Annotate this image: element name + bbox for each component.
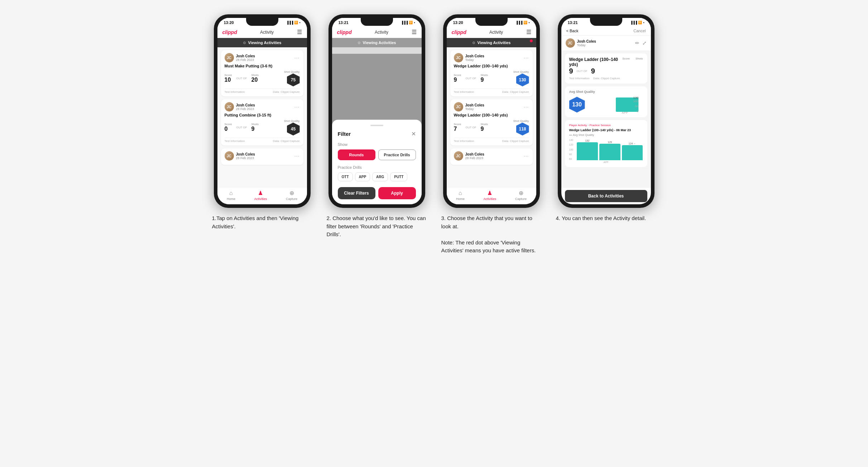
wifi-icon: 🛜 xyxy=(294,21,298,24)
bottom-nav-capture-1[interactable]: ⊕ Capture xyxy=(286,190,297,201)
caption-2: 2. Choose what you'd like to see. You ca… xyxy=(327,214,427,239)
battery-icon: ▪ xyxy=(299,21,300,24)
avatar-3-3: JC xyxy=(454,151,463,161)
battery-icon-2: ▪ xyxy=(414,21,415,24)
apply-btn[interactable]: Apply xyxy=(378,187,416,199)
user-details-3-3: Josh Coles 28 Feb 2023 xyxy=(465,152,484,160)
drill-app[interactable]: APP xyxy=(355,172,370,181)
va-text-2: Viewing Activities xyxy=(363,40,396,45)
activity-card-3-3[interactable]: JC Josh Coles 28 Feb 2023 ··· xyxy=(450,148,533,165)
sq-group-3-1: Shot Quality 130 xyxy=(513,70,529,86)
notch-3 xyxy=(475,18,508,26)
detail-shots-4: 9 xyxy=(591,67,595,75)
dots-menu-3-1[interactable]: ··· xyxy=(524,55,529,61)
back-btn-4[interactable]: < Back xyxy=(566,29,579,33)
detail-user-row-4: JC Josh Coles Today ✏ ⤢ xyxy=(561,35,651,51)
y-axis-4: 140 120 100 80 60 xyxy=(569,139,574,160)
wifi-icon-3: 🛜 xyxy=(523,21,527,24)
stat-group-score-3-1: Score 9 xyxy=(454,73,461,83)
activity-title-1-1: Must Make Putting (3-6 ft) xyxy=(225,64,300,68)
sq-hex-1-2: 45 xyxy=(287,123,300,135)
footer-info-left-1-1: Test Information xyxy=(225,90,245,94)
bottom-nav-home-3[interactable]: ⌂ Home xyxy=(456,190,465,201)
dots-menu-1-2[interactable]: ··· xyxy=(294,104,300,110)
back-to-activities-btn-4[interactable]: Back to Activities xyxy=(565,190,647,202)
bottom-nav-1: ⌂ Home ♟ Activities ⊕ Capture xyxy=(217,187,307,204)
phone-frame-4: 13:21 ▐▐▐ 🛜 ▪ < Back Cancel JC Josh xyxy=(558,14,654,208)
bottom-nav-home-1[interactable]: ⌂ Home xyxy=(227,190,235,201)
drill-arg[interactable]: ARG xyxy=(372,172,388,181)
practice-drills-btn[interactable]: Practice Drills xyxy=(378,149,416,160)
detail-info-4: Test Information Data: Clippd Capture xyxy=(569,77,643,80)
stats-row-3-2: Score 7 OUT OF Shots 9 Shot Quality 118 xyxy=(454,119,529,135)
drill-putt[interactable]: PUTT xyxy=(390,172,407,181)
sq-hex-3-1: 130 xyxy=(516,73,529,86)
card-header-1-1: JC Josh Coles 28 Feb 2023 ··· xyxy=(225,53,300,62)
drill-ott[interactable]: OTT xyxy=(338,172,353,181)
nav-bar-2: clippd Activity ☰ xyxy=(332,27,422,38)
activity-card-1-2[interactable]: JC Josh Coles 28 Feb 2023 ··· Putting Co… xyxy=(221,99,303,146)
card-footer-3-2: Test Information Data: Clippd Capture xyxy=(454,138,529,143)
stat-group-shots-3-2: Shots 9 xyxy=(480,123,488,132)
expand-icon-4[interactable]: ⤢ xyxy=(642,40,647,46)
bottom-nav-capture-3[interactable]: ⊕ Capture xyxy=(515,190,527,201)
card-header-3-3: JC Josh Coles 28 Feb 2023 ··· xyxy=(454,151,529,161)
stats-row-1-1: Score 10 OUT OF Shots 20 Shot Quality 75 xyxy=(225,70,300,86)
hamburger-3[interactable]: ☰ xyxy=(526,29,531,35)
viewing-activities-bar-3[interactable]: ⚙ Viewing Activities xyxy=(447,38,536,47)
filter-overlay-2: Filter ✕ Show Rounds Practice Drills Pra… xyxy=(332,54,422,204)
bar-col-1: 132 xyxy=(577,139,598,160)
svg-text:130: 130 xyxy=(633,96,638,99)
dots-menu-1-3[interactable]: ··· xyxy=(294,153,300,159)
phone-col-1: 13:20 ▐▐▐ 🛜 ▪ clippd Activity ☰ ⚙ Viewin… xyxy=(210,14,314,230)
nav-logo-2: clippd xyxy=(337,29,352,35)
bar-2 xyxy=(599,144,620,160)
edit-icon-4[interactable]: ✏ xyxy=(635,40,639,46)
drill-types-row: OTT APP ARG PUTT xyxy=(338,172,416,181)
activity-card-1-3[interactable]: JC Josh Coles 28 Feb 2023 ··· xyxy=(221,148,303,165)
avatar-3-1: JC xyxy=(454,53,463,62)
phone-frame-1: 13:20 ▐▐▐ 🛜 ▪ clippd Activity ☰ ⚙ Viewin… xyxy=(214,14,311,208)
nav-logo-1: clippd xyxy=(222,29,237,35)
out-of-3-1: OUT OF xyxy=(465,77,476,80)
svg-text:100: 100 xyxy=(633,100,638,103)
stat-group-score-1-2: Score 0 xyxy=(225,123,232,132)
user-name-3-2: Josh Coles xyxy=(465,103,484,107)
rounds-btn[interactable]: Rounds xyxy=(338,149,375,160)
status-time-2: 13:21 xyxy=(339,20,349,25)
bottom-nav-activities-1[interactable]: ♟ Activities xyxy=(254,190,267,201)
filter-sheet-2: Filter ✕ Show Rounds Practice Drills Pra… xyxy=(332,120,422,204)
hamburger-2[interactable]: ☰ xyxy=(412,29,417,35)
filter-close-btn[interactable]: ✕ xyxy=(411,130,416,137)
bar-val-3: 124 ← xyxy=(629,142,636,145)
avatar-1-1: JC xyxy=(225,53,234,62)
chart-title-4: Wedge Ladder (100–140 yds) - 06 Mar 23 xyxy=(569,128,643,132)
activity-card-1-1[interactable]: JC Josh Coles 28 Feb 2023 ··· Must Make … xyxy=(221,50,303,96)
settings-icon-3: ⚙ xyxy=(472,41,475,45)
dots-menu-3-2[interactable]: ··· xyxy=(524,104,529,110)
clear-filters-btn[interactable]: Clear Filters xyxy=(338,187,375,199)
home-icon-3: ⌂ xyxy=(459,190,462,196)
dots-menu-3-3[interactable]: ··· xyxy=(524,153,529,159)
user-date-3-2: Today xyxy=(465,107,484,111)
notch-1 xyxy=(246,18,278,26)
caption-3: 3. Choose the Activity that you want to … xyxy=(441,214,542,255)
footer-info-left-1-2: Test Information xyxy=(225,139,245,143)
status-time-4: 13:21 xyxy=(568,20,578,25)
bottom-nav-activities-3[interactable]: ♟ Activities xyxy=(484,190,497,201)
filter-toggle-row-2: Rounds Practice Drills xyxy=(338,149,416,160)
status-time-3: 13:20 xyxy=(453,20,463,25)
dots-menu-1-1[interactable]: ··· xyxy=(294,55,300,61)
signal-icon-4: ▐▐▐ xyxy=(630,21,637,24)
card-footer-1-1: Test Information Data: Clippd Capture xyxy=(225,89,300,94)
hamburger-1[interactable]: ☰ xyxy=(297,29,302,35)
detail-content-4: Wedge Ladder (100–140 yds) Score Shots 9… xyxy=(561,51,651,188)
viewing-activities-bar-1[interactable]: ⚙ Viewing Activities xyxy=(217,38,307,47)
detail-outof-4: OUT OF xyxy=(577,70,588,73)
phones-row: 13:20 ▐▐▐ 🛜 ▪ clippd Activity ☰ ⚙ Viewin… xyxy=(210,14,658,255)
status-icons-3: ▐▐▐ 🛜 ▪ xyxy=(515,21,529,24)
status-time-1: 13:20 xyxy=(224,20,234,25)
activity-card-3-2[interactable]: JC Josh Coles Today ··· Wedge Ladder (10… xyxy=(450,99,533,146)
activity-card-3-1[interactable]: JC Josh Coles Today ··· Wedge Ladder (10… xyxy=(450,50,533,96)
cancel-btn-4[interactable]: Cancel xyxy=(633,29,646,33)
